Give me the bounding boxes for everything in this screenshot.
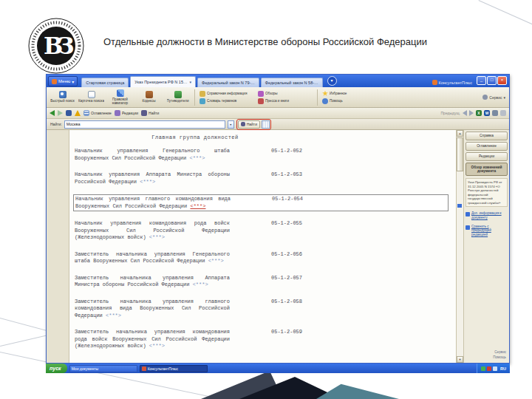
tab-scroll-button[interactable]: ▾ [327, 76, 337, 86]
taskbar-item[interactable]: Мои документы [69, 365, 137, 372]
entry-text: Начальник управления главного командован… [75, 196, 231, 210]
tray-status-icon[interactable] [487, 366, 491, 371]
print-button[interactable] [500, 110, 506, 116]
service-button[interactable]: Сервис ▾ [482, 95, 507, 100]
tab-3[interactable]: Федеральный закон N 79-… [197, 78, 259, 87]
close-button[interactable]: × [497, 76, 507, 85]
footnote-mark[interactable]: <***> [106, 313, 121, 318]
find-button[interactable]: Найти [141, 110, 159, 116]
guides-button[interactable]: Путеводители [164, 89, 191, 105]
entry-text: Начальник управления Генерального штаба … [75, 148, 230, 162]
footnote-mark[interactable]: <***> [193, 282, 208, 287]
find-button[interactable]: Найти [238, 120, 260, 129]
sidebar-footer-link[interactable]: Сервис [493, 350, 506, 355]
footnote-mark[interactable]: <***> [190, 203, 205, 209]
footnote-mark[interactable]: <***> [189, 155, 205, 161]
editions-icon [115, 110, 120, 116]
window-controls: _ □ × [477, 76, 507, 87]
press-button[interactable]: Пресса и книги [258, 98, 313, 104]
toolbar-button-label: Найти [149, 111, 159, 115]
tab-2[interactable]: Указ Президента РФ N 15…▾ [130, 76, 196, 87]
footnote-mark[interactable]: <***> [140, 179, 155, 185]
back-icon [50, 110, 55, 116]
excel-icon: X [476, 110, 482, 116]
doc-scrollbar[interactable]: ▲ ▼ [456, 130, 463, 363]
sidebar-button-active[interactable]: Обзор изменений документа [466, 163, 508, 176]
titlebar-brand: КонсультантПлюс [432, 80, 472, 87]
find-options-button[interactable] [262, 120, 270, 129]
info-icon [466, 225, 470, 230]
info-button[interactable]: Справочная информация [200, 91, 254, 97]
sidebar-button-2[interactable]: Оглавление [466, 142, 508, 151]
registry-entry[interactable]: Начальник управления Генерального штаба … [73, 147, 449, 163]
sidebar-footer-link[interactable]: Помощь [493, 355, 506, 361]
minimize-button[interactable]: _ [477, 76, 486, 85]
tray-antivirus-icon[interactable] [481, 366, 485, 371]
registry-entry[interactable]: Начальник управления Аппарата Министра о… [73, 171, 449, 186]
sidebar-link[interactable]: Сравнить с предыдущей редакцией [466, 225, 508, 237]
word-button[interactable]: W [484, 110, 490, 116]
toolbar-button-label: Редакции [122, 111, 138, 115]
toc-button[interactable]: Оглавление [83, 110, 112, 116]
entry-text: Начальник управления Аппарата Министра о… [75, 171, 230, 185]
star-button[interactable]: Избранное [322, 91, 356, 97]
alert-icon [75, 110, 81, 116]
sidebar-button-3[interactable]: Редакции [466, 152, 508, 161]
tab-4[interactable]: Федеральный закон N 58-… [261, 78, 323, 87]
footnote-mark[interactable]: <***> [208, 258, 224, 264]
toc-icon [83, 110, 89, 116]
registry-entry[interactable]: Заместитель начальника управления Генера… [73, 250, 449, 266]
next-button[interactable] [469, 110, 474, 116]
editions-button[interactable]: Редакции [115, 110, 138, 116]
entry-code: 05-1-2-055 [271, 220, 317, 242]
entry-text: Заместитель начальника управления команд… [75, 329, 230, 350]
registry-entry[interactable]: Начальник управления командования рода в… [73, 219, 449, 242]
sidebar-link[interactable]: Доп. информация к документу [466, 211, 508, 219]
export-icon [492, 110, 498, 116]
entry-code: 05-1-2-056 [271, 251, 317, 265]
footnote-mark[interactable]: <***> [149, 234, 165, 240]
toolbar-button-label: Карточка поиска [78, 99, 104, 103]
language-indicator[interactable]: RU [500, 366, 506, 371]
find-history-dropdown[interactable]: ▾ [228, 120, 234, 129]
codes-button[interactable]: Кодексы [135, 89, 163, 105]
codes-icon [146, 91, 153, 98]
taskbar-item[interactable]: КонсультантПлюс [140, 365, 208, 372]
card-search-button[interactable]: Карточка поиска [78, 89, 105, 105]
taskbar: пуск Мои документыКонсультантПлюс RU [46, 364, 510, 373]
export-button[interactable] [492, 110, 498, 116]
help-button[interactable]: Помощь [322, 98, 356, 104]
find-in-text-input[interactable] [64, 120, 225, 129]
search-button[interactable]: Быстрый поиск [49, 89, 76, 105]
registry-entry[interactable]: Заместитель начальника управления команд… [73, 328, 449, 351]
registry-entry[interactable]: Заместитель начальника управления Аппара… [73, 274, 449, 290]
maximize-button[interactable]: □ [487, 76, 497, 85]
save-button[interactable] [66, 110, 72, 116]
toolbar-button-label: Пресса и книги [265, 99, 289, 103]
menu-button[interactable]: Меню ▾ [48, 76, 78, 86]
registry-entry[interactable]: Заместитель начальника управления главно… [73, 298, 449, 321]
tray-app-icon[interactable] [493, 366, 497, 371]
footnote-mark[interactable]: <***> [149, 343, 165, 349]
press-icon [258, 98, 264, 104]
navigator-button[interactable]: Правовой навигатор [106, 89, 134, 105]
toolbar-button-label: Путеводители [167, 99, 189, 103]
dictionary-button[interactable]: Словарь терминов [200, 98, 254, 104]
alert-button[interactable] [75, 110, 81, 116]
start-button[interactable]: пуск [46, 364, 67, 373]
scroll-up-arrow-icon[interactable]: ▲ [457, 130, 463, 137]
excel-button[interactable]: X [476, 110, 482, 116]
entry-code: 05-1-2-054 [272, 196, 318, 210]
back-button[interactable] [50, 110, 55, 116]
registry-entry[interactable]: Начальник управления главного командован… [73, 194, 449, 211]
reviews-button[interactable]: Обзоры [258, 91, 313, 97]
tab-1[interactable]: Стартовая страница [81, 78, 129, 87]
prev-button[interactable] [463, 110, 467, 116]
tab-strip: Меню ▾ Стартовая страницаУказ Президента… [47, 75, 509, 87]
scroll-down-arrow-icon[interactable]: ▼ [457, 356, 463, 363]
info-icon [200, 91, 205, 97]
forward-button[interactable] [58, 110, 63, 116]
scrollbar-thumb[interactable] [457, 137, 463, 171]
doc-toolbar-left: ОглавлениеРедакцииНайти [50, 110, 159, 116]
sidebar-button-1[interactable]: Справка [466, 132, 508, 140]
